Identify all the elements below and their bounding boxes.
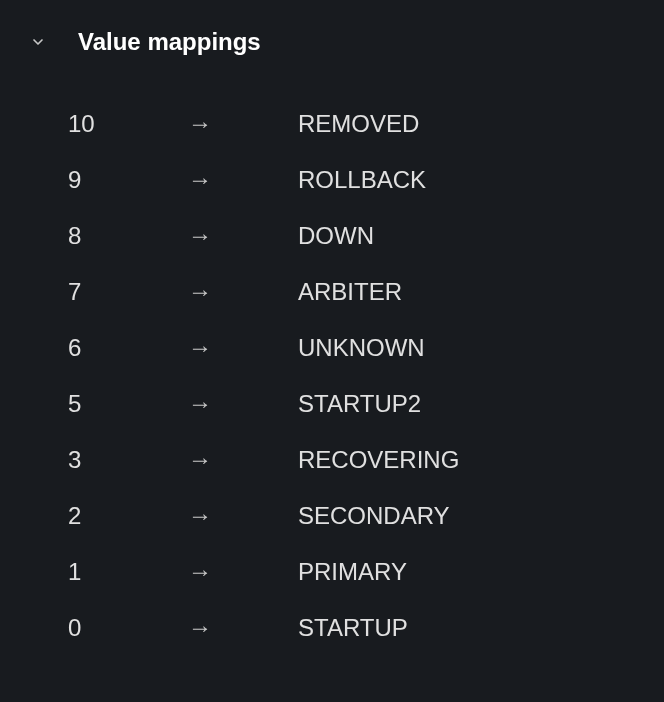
arrow-icon: →	[188, 166, 298, 194]
mapping-key: 5	[68, 390, 188, 418]
section-title: Value mappings	[78, 28, 261, 56]
mapping-value: DOWN	[298, 222, 374, 250]
mapping-key: 10	[68, 110, 188, 138]
mapping-value: PRIMARY	[298, 558, 407, 586]
arrow-icon: →	[188, 446, 298, 474]
arrow-icon: →	[188, 334, 298, 362]
arrow-icon: →	[188, 502, 298, 530]
section-header[interactable]: Value mappings	[0, 8, 664, 76]
arrow-icon: →	[188, 558, 298, 586]
mapping-row: 5 → STARTUP2	[68, 376, 664, 432]
mapping-value: SECONDARY	[298, 502, 450, 530]
mapping-row: 0 → STARTUP	[68, 600, 664, 656]
mapping-key: 1	[68, 558, 188, 586]
arrow-icon: →	[188, 222, 298, 250]
mapping-key: 8	[68, 222, 188, 250]
mapping-row: 10 → REMOVED	[68, 96, 664, 152]
chevron-down-icon	[28, 32, 48, 52]
mapping-value: REMOVED	[298, 110, 419, 138]
mapping-key: 7	[68, 278, 188, 306]
mapping-row: 8 → DOWN	[68, 208, 664, 264]
mapping-value: ARBITER	[298, 278, 402, 306]
mapping-value: STARTUP2	[298, 390, 421, 418]
mapping-row: 6 → UNKNOWN	[68, 320, 664, 376]
mapping-row: 3 → RECOVERING	[68, 432, 664, 488]
mapping-value: ROLLBACK	[298, 166, 426, 194]
mapping-key: 0	[68, 614, 188, 642]
mapping-value: STARTUP	[298, 614, 408, 642]
arrow-icon: →	[188, 390, 298, 418]
mapping-value: UNKNOWN	[298, 334, 425, 362]
mapping-row: 9 → ROLLBACK	[68, 152, 664, 208]
mapping-key: 2	[68, 502, 188, 530]
mapping-row: 7 → ARBITER	[68, 264, 664, 320]
mapping-row: 2 → SECONDARY	[68, 488, 664, 544]
arrow-icon: →	[188, 278, 298, 306]
mapping-key: 9	[68, 166, 188, 194]
mappings-list: 10 → REMOVED 9 → ROLLBACK 8 → DOWN 7 → A…	[0, 76, 664, 656]
mapping-row: 1 → PRIMARY	[68, 544, 664, 600]
arrow-icon: →	[188, 614, 298, 642]
mapping-value: RECOVERING	[298, 446, 459, 474]
arrow-icon: →	[188, 110, 298, 138]
mapping-key: 6	[68, 334, 188, 362]
mapping-key: 3	[68, 446, 188, 474]
